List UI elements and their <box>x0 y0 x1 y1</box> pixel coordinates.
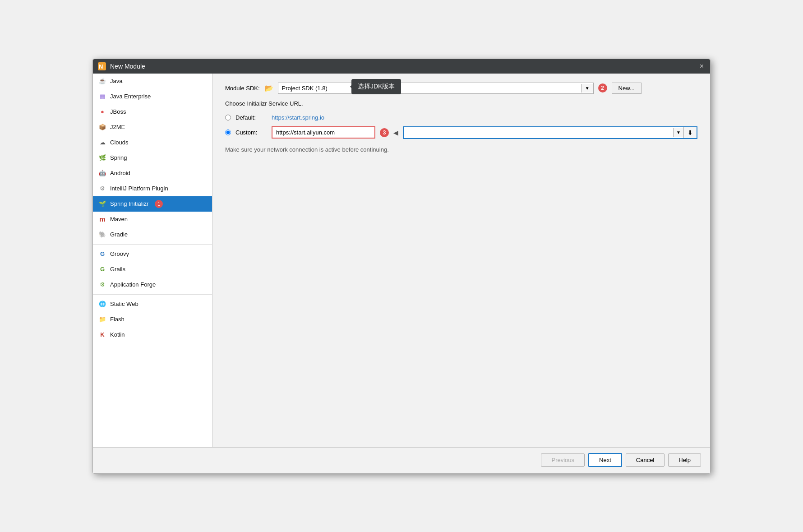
custom-combo-download-icon[interactable]: ⬇ <box>683 127 697 138</box>
sidebar-label-application-forge: Application Forge <box>110 281 156 288</box>
sidebar-label-flash: Flash <box>110 316 125 323</box>
svg-text:N: N <box>99 63 103 70</box>
spring-initializr-icon: 🌱 <box>98 200 106 208</box>
sidebar-label-grails: Grails <box>110 266 125 273</box>
spring-icon: 🌿 <box>98 154 106 162</box>
sidebar-item-intellij[interactable]: ⚙ IntelliJ Platform Plugin <box>93 181 212 196</box>
sidebar-item-clouds[interactable]: ☁ Clouds <box>93 135 212 150</box>
new-sdk-button[interactable]: New... <box>612 83 641 94</box>
sidebar-label-clouds: Clouds <box>110 139 128 146</box>
sidebar-item-kotlin[interactable]: K Kotlin <box>93 327 212 342</box>
sidebar-label-maven: Maven <box>110 216 128 222</box>
sidebar-item-j2me[interactable]: 📦 J2ME <box>93 120 212 135</box>
jboss-icon: ● <box>98 108 106 116</box>
sidebar-item-spring[interactable]: 🌿 Spring <box>93 150 212 166</box>
sidebar-item-android[interactable]: 🤖 Android <box>93 166 212 181</box>
sidebar-label-jboss: JBoss <box>110 108 126 115</box>
custom-radio-label: Custom: <box>235 129 267 136</box>
sidebar-label-kotlin: Kotlin <box>110 331 125 338</box>
sdk-combo[interactable]: Project SDK (1.8) ▼ <box>278 83 594 94</box>
dialog-title: New Module <box>110 63 145 70</box>
new-module-dialog: N New Module × ☕ Java ▦ Java Enterprise … <box>92 59 711 474</box>
java-icon: ☕ <box>98 77 106 85</box>
sdk-label: Module SDK: <box>225 85 260 92</box>
gradle-icon: 🐘 <box>98 231 106 239</box>
java-enterprise-icon: ▦ <box>98 93 106 101</box>
cancel-button[interactable]: Cancel <box>626 453 665 467</box>
jdk-tooltip: 选择JDK版本 <box>351 79 401 94</box>
dialog-body: ☕ Java ▦ Java Enterprise ● JBoss 📦 J2ME … <box>93 74 710 447</box>
bottom-bar: Previous Next Cancel Help <box>93 447 710 473</box>
custom-url-combo[interactable]: ▼ ⬇ <box>403 126 697 139</box>
sidebar-item-maven[interactable]: m Maven <box>93 212 212 227</box>
sidebar-item-flash[interactable]: 📁 Flash <box>93 312 212 327</box>
custom-combo-input[interactable] <box>404 127 673 138</box>
sidebar-item-gradle[interactable]: 🐘 Gradle <box>93 227 212 242</box>
sidebar-label-static-web: Static Web <box>110 301 138 307</box>
sidebar-label-spring-initializr: Spring Initializr <box>110 200 148 207</box>
sidebar: ☕ Java ▦ Java Enterprise ● JBoss 📦 J2ME … <box>93 74 212 447</box>
sidebar-item-static-web[interactable]: 🌐 Static Web <box>93 296 212 312</box>
application-forge-icon: ⚙ <box>98 281 106 289</box>
static-web-icon: 🌐 <box>98 300 106 308</box>
sidebar-label-j2me: J2ME <box>110 124 125 130</box>
sidebar-item-java-enterprise[interactable]: ▦ Java Enterprise <box>93 89 212 104</box>
app-icon: N <box>97 62 106 71</box>
intellij-icon: ⚙ <box>98 185 106 193</box>
kotlin-icon: K <box>98 331 106 339</box>
default-radio[interactable] <box>225 115 231 120</box>
main-content: Module SDK: 📂 Project SDK (1.8) ▼ 2 选择JD… <box>212 74 710 447</box>
divider-2 <box>93 294 212 295</box>
maven-icon: m <box>98 215 106 223</box>
flash-icon: 📁 <box>98 315 106 324</box>
sidebar-item-application-forge[interactable]: ⚙ Application Forge <box>93 277 212 292</box>
sidebar-label-java: Java <box>110 78 122 84</box>
spring-initializr-badge: 1 <box>155 200 163 208</box>
network-note: Make sure your network connection is act… <box>225 146 697 153</box>
sidebar-label-android: Android <box>110 170 130 176</box>
sidebar-label-intellij: IntelliJ Platform Plugin <box>110 185 168 192</box>
sdk-dropdown-arrow[interactable]: ▼ <box>581 84 593 93</box>
title-bar-left: N New Module <box>97 62 145 71</box>
next-button[interactable]: Next <box>588 453 622 467</box>
default-url-link[interactable]: https://start.spring.io <box>272 114 324 121</box>
sidebar-item-groovy[interactable]: G Groovy <box>93 246 212 262</box>
custom-radio[interactable] <box>225 130 231 135</box>
sidebar-item-grails[interactable]: G Grails <box>93 262 212 277</box>
j2me-icon: 📦 <box>98 123 106 131</box>
default-radio-row: Default: https://start.spring.io <box>225 114 697 121</box>
sidebar-item-spring-initializr[interactable]: 🌱 Spring Initializr 1 <box>93 196 212 212</box>
custom-radio-row: Custom: 3 ◀ ▼ ⬇ <box>225 126 697 139</box>
sidebar-label-groovy: Groovy <box>110 250 129 257</box>
module-sdk-row: Module SDK: 📂 Project SDK (1.8) ▼ 2 选择JD… <box>225 83 697 94</box>
step2-badge: 2 <box>598 83 607 93</box>
sdk-folder-icon: 📂 <box>264 84 273 93</box>
sidebar-label-java-enterprise: Java Enterprise <box>110 93 151 100</box>
help-button[interactable]: Help <box>668 453 701 467</box>
sidebar-label-spring: Spring <box>110 154 127 161</box>
custom-url-input[interactable] <box>272 126 375 139</box>
default-radio-label: Default: <box>235 114 267 121</box>
custom-combo-dropdown-arrow[interactable]: ▼ <box>673 128 683 137</box>
choose-url-label: Choose Initializr Service URL. <box>225 100 697 107</box>
android-icon: 🤖 <box>98 169 106 177</box>
groovy-icon: G <box>98 250 106 258</box>
custom-arrow-icon: ◀ <box>393 129 398 136</box>
sidebar-item-jboss[interactable]: ● JBoss <box>93 104 212 120</box>
step3-badge: 3 <box>380 128 389 137</box>
close-button[interactable]: × <box>698 62 706 70</box>
sdk-combo-value: Project SDK (1.8) <box>278 83 581 93</box>
title-bar: N New Module × <box>93 59 710 74</box>
grails-icon: G <box>98 265 106 273</box>
divider-1 <box>93 244 212 245</box>
sidebar-label-gradle: Gradle <box>110 231 128 238</box>
previous-button[interactable]: Previous <box>541 453 585 467</box>
sidebar-item-java[interactable]: ☕ Java <box>93 74 212 89</box>
clouds-icon: ☁ <box>98 139 106 147</box>
